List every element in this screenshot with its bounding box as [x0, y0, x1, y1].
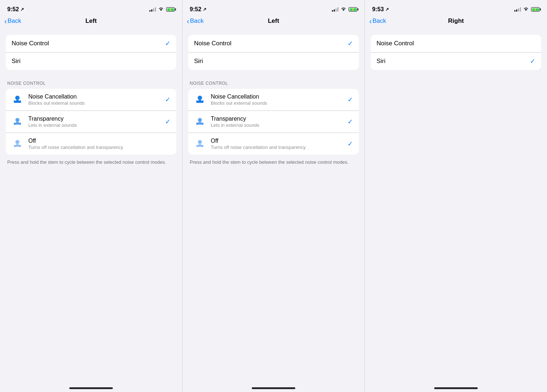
- back-chevron-icon: ‹: [4, 17, 7, 25]
- svg-rect-14: [202, 122, 203, 125]
- back-chevron-icon: ‹: [187, 17, 189, 25]
- back-label[interactable]: Back: [373, 17, 386, 25]
- home-indicator: [434, 387, 478, 389]
- noise-item-1[interactable]: Transparency Lets in external sounds ✓: [188, 111, 359, 133]
- noise-item-check: ✓: [164, 118, 171, 126]
- noise-item-0[interactable]: Noise Cancellation Blocks out external s…: [188, 89, 359, 111]
- noise-item-subtitle: Lets in external sounds: [211, 122, 342, 128]
- phone-panel-2: 9:52 ↗ ⚡ ‹ B: [182, 0, 365, 392]
- svg-rect-2: [20, 100, 21, 103]
- location-icon: ↗: [20, 7, 24, 12]
- svg-point-9: [198, 96, 202, 100]
- noise-item-subtitle: Blocks out external sounds: [28, 100, 160, 106]
- home-indicator: [252, 387, 295, 389]
- svg-rect-11: [202, 100, 203, 103]
- back-button[interactable]: ‹ Back: [187, 17, 203, 25]
- nav-title: Right: [448, 17, 464, 25]
- menu-item-1[interactable]: Siri ✓: [188, 53, 359, 70]
- back-button[interactable]: ‹ Back: [4, 17, 21, 25]
- battery: ⚡: [531, 7, 540, 12]
- noise-item-title: Transparency: [28, 116, 160, 122]
- content-area: Noise Control ✓ Siri ✓ NOISE CONTROL No: [182, 28, 365, 387]
- svg-rect-1: [14, 100, 15, 103]
- menu-item-1[interactable]: Siri ✓: [6, 53, 176, 70]
- noise-item-subtitle: Turns off noise cancellation and transpa…: [211, 145, 342, 150]
- svg-rect-4: [14, 122, 15, 125]
- battery: ⚡: [166, 7, 175, 12]
- menu-item-label: Noise Control: [377, 40, 414, 47]
- menu-card: Noise Control ✓ Siri ✓: [6, 35, 176, 70]
- menu-item-1[interactable]: Siri ✓: [371, 53, 541, 70]
- nav-title: Left: [85, 17, 96, 25]
- menu-item-0[interactable]: Noise Control ✓: [188, 35, 359, 53]
- svg-point-6: [16, 140, 20, 144]
- menu-item-check: ✓: [347, 39, 353, 47]
- wifi-icon: [341, 7, 346, 12]
- status-time: 9:52 ↗: [190, 6, 206, 13]
- svg-rect-8: [20, 145, 21, 147]
- menu-item-check: ✓: [165, 39, 170, 47]
- wifi-icon: [158, 7, 164, 12]
- svg-point-15: [198, 140, 202, 144]
- noise-item-check: ✓: [346, 118, 354, 126]
- noise-item-subtitle: Turns off noise cancellation and transpa…: [28, 145, 160, 150]
- noise-icon-noise: [193, 93, 206, 106]
- menu-item-0[interactable]: Noise Control ✓: [6, 35, 176, 53]
- signal-bars: [514, 7, 521, 12]
- menu-item-label: Siri: [377, 58, 386, 65]
- noise-text-0: Noise Cancellation Blocks out external s…: [211, 93, 342, 106]
- noise-icon-transparency: [11, 115, 24, 128]
- status-bar: 9:52 ↗ ⚡: [0, 0, 182, 16]
- back-chevron-icon: ‹: [369, 17, 372, 25]
- signal-bars: [149, 7, 156, 12]
- svg-rect-17: [202, 145, 203, 147]
- location-icon: ↗: [203, 7, 206, 12]
- nav-bar: ‹ Back Left: [0, 16, 182, 28]
- noise-item-subtitle: Blocks out external sounds: [211, 100, 342, 106]
- svg-point-0: [15, 96, 20, 100]
- noise-icon-off: [11, 137, 24, 150]
- hint-text: Press and hold the stem to cycle between…: [6, 159, 176, 166]
- noise-card: Noise Cancellation Blocks out external s…: [188, 89, 359, 155]
- noise-item-check: ✓: [346, 140, 354, 148]
- noise-text-0: Noise Cancellation Blocks out external s…: [28, 93, 160, 106]
- hint-text: Press and hold the stem to cycle between…: [188, 159, 359, 166]
- noise-item-title: Transparency: [211, 116, 342, 122]
- noise-text-2: Off Turns off noise cancellation and tra…: [28, 138, 160, 150]
- content-area: Noise Control ✓ Siri ✓ NOISE CONTROL No: [0, 28, 182, 387]
- svg-rect-16: [197, 145, 198, 147]
- content-area: Noise Control ✓ Siri ✓: [365, 28, 547, 387]
- noise-item-0[interactable]: Noise Cancellation Blocks out external s…: [6, 89, 176, 111]
- noise-item-title: Noise Cancellation: [28, 93, 160, 100]
- phone-panel-3: 9:53 ↗ ⚡ ‹ B: [365, 0, 547, 392]
- back-button[interactable]: ‹ Back: [369, 17, 386, 25]
- status-time: 9:53 ↗: [372, 6, 389, 13]
- noise-icon-off: [193, 137, 206, 150]
- noise-item-check: ✓: [346, 96, 354, 104]
- noise-card: Noise Cancellation Blocks out external s…: [6, 89, 176, 155]
- status-bar: 9:52 ↗ ⚡: [182, 0, 365, 16]
- noise-item-check: ✓: [164, 96, 171, 104]
- noise-item-title: Noise Cancellation: [211, 93, 342, 100]
- noise-item-1[interactable]: Transparency Lets in external sounds ✓: [6, 111, 176, 133]
- menu-item-label: Siri: [12, 58, 21, 65]
- noise-text-1: Transparency Lets in external sounds: [211, 116, 342, 128]
- status-bar: 9:53 ↗ ⚡: [365, 0, 547, 16]
- svg-point-12: [198, 118, 202, 122]
- back-label[interactable]: Back: [8, 17, 21, 25]
- status-time: 9:52 ↗: [7, 6, 24, 13]
- menu-item-0[interactable]: Noise Control ✓: [371, 35, 541, 53]
- menu-card: Noise Control ✓ Siri ✓: [371, 35, 541, 70]
- noise-item-2[interactable]: Off Turns off noise cancellation and tra…: [6, 133, 176, 155]
- svg-point-3: [16, 118, 20, 122]
- battery: ⚡: [349, 7, 357, 12]
- back-label[interactable]: Back: [190, 17, 204, 25]
- svg-rect-7: [14, 145, 16, 147]
- noise-text-2: Off Turns off noise cancellation and tra…: [211, 138, 342, 150]
- menu-card: Noise Control ✓ Siri ✓: [188, 35, 359, 70]
- nav-title: Left: [268, 17, 279, 25]
- status-icons: ⚡: [149, 7, 175, 12]
- menu-item-label: Noise Control: [194, 40, 231, 47]
- noise-icon-transparency: [193, 115, 206, 128]
- noise-item-2[interactable]: Off Turns off noise cancellation and tra…: [188, 133, 359, 155]
